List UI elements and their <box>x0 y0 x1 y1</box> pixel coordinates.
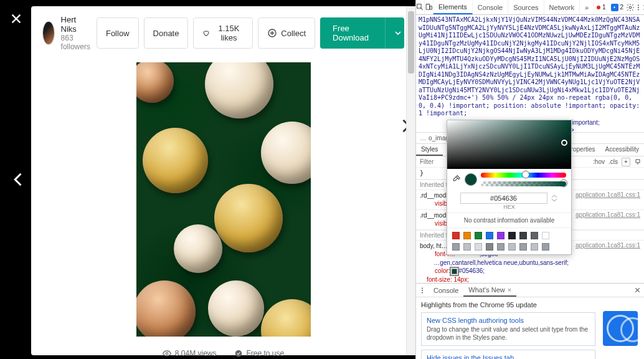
photo-image[interactable] <box>136 62 311 337</box>
svg-rect-5 <box>430 6 432 9</box>
palette-swatch[interactable] <box>486 232 493 239</box>
whats-new-link[interactable]: New CSS length authoring tools <box>427 317 590 324</box>
license-text: Free to use <box>247 349 285 358</box>
modal-scrollbar[interactable] <box>406 6 415 355</box>
svg-point-7 <box>638 4 639 6</box>
palette-swatch[interactable] <box>497 232 504 239</box>
format-toggle[interactable] <box>551 194 559 202</box>
messages-badge[interactable]: ▪2 <box>608 4 627 11</box>
tab-more[interactable]: » <box>580 0 594 14</box>
download-caret[interactable] <box>385 17 404 49</box>
svg-point-11 <box>422 287 423 289</box>
dots-vertical-icon <box>635 4 642 11</box>
close-drawer[interactable] <box>630 287 644 294</box>
hue-thumb[interactable] <box>522 171 529 178</box>
whats-new-card: Hide issues in the Issues tab Hide irrel… <box>421 350 595 359</box>
css-source-link[interactable]: application.1ca81.css:1 <box>575 191 640 198</box>
color-swatch[interactable] <box>452 269 457 274</box>
color-gradient[interactable] <box>447 120 571 169</box>
avatar[interactable] <box>42 21 55 45</box>
palette-swatch[interactable] <box>486 243 493 251</box>
settings-button[interactable] <box>626 3 635 12</box>
palette-swatch[interactable] <box>475 232 482 239</box>
eyedropper-button[interactable] <box>452 175 461 184</box>
palette-swatch[interactable] <box>452 243 460 251</box>
subtab-styles[interactable]: Styles <box>416 144 443 156</box>
palette-swatch[interactable] <box>519 243 527 251</box>
hue-slider[interactable] <box>481 173 566 178</box>
palette-swatch[interactable] <box>475 243 482 251</box>
close-icon <box>634 287 641 294</box>
svg-point-2 <box>235 350 242 357</box>
css-source-link[interactable]: application.1ca81.css:1 <box>575 242 640 249</box>
tab-console[interactable]: Console <box>473 0 508 14</box>
prev-photo-button[interactable] <box>10 171 27 188</box>
whats-new-body: Highlights from the Chrome 95 update New… <box>416 297 644 359</box>
heart-icon <box>202 28 210 38</box>
close-tab-icon[interactable]: × <box>508 286 511 294</box>
tab-sources[interactable]: Sources <box>508 0 544 14</box>
hex-input[interactable]: #054636 <box>460 193 547 204</box>
drawer-more[interactable] <box>416 287 429 294</box>
tab-elements[interactable]: Elements <box>433 0 473 14</box>
dom-blob-text: M1pNNS43NTAxMCA2LjkxNjY1VjQuNzVIMS44NzVD… <box>419 16 640 117</box>
palette-swatch[interactable] <box>463 243 471 251</box>
whats-new-link[interactable]: Hide issues in the Issues tab <box>427 354 590 359</box>
cls-toggle[interactable]: .cls <box>608 158 618 165</box>
drawer-tab-whatsnew[interactable]: What's New× <box>463 284 516 297</box>
chevron-left-icon <box>10 171 27 188</box>
palette-swatch[interactable] <box>542 232 549 239</box>
css-source-link[interactable]: application.1ca81.css:1 <box>575 211 640 218</box>
likes-button[interactable]: 1.15K likes <box>193 17 253 49</box>
follow-button[interactable]: Follow <box>97 17 139 49</box>
eyedropper-icon <box>452 175 461 183</box>
gradient-handle[interactable] <box>561 140 567 146</box>
whats-new-promo <box>602 301 639 355</box>
alpha-thumb[interactable] <box>560 180 567 187</box>
palette-swatch[interactable] <box>452 232 460 239</box>
scroll-thumb[interactable] <box>408 11 414 74</box>
dots-vertical-icon <box>419 287 426 294</box>
donate-button[interactable]: Donate <box>144 17 189 49</box>
collect-button[interactable]: Collect <box>258 17 315 49</box>
subtab-accessibility[interactable]: Accessibility <box>600 144 644 156</box>
palette-swatch[interactable] <box>463 232 471 239</box>
palette-swatch[interactable] <box>531 232 538 239</box>
more-menu[interactable] <box>635 4 642 11</box>
plus-circle-icon <box>267 28 277 38</box>
download-button[interactable]: Free Download <box>320 17 404 49</box>
palette-swatch[interactable] <box>497 243 504 251</box>
pin-icon[interactable] <box>634 158 642 166</box>
color-picker[interactable]: #054636 HEX No contrast information avai… <box>447 120 572 255</box>
device-toggle[interactable] <box>425 0 433 14</box>
author-followers: 863 followers <box>61 34 90 51</box>
svg-point-13 <box>422 292 423 293</box>
alpha-slider[interactable] <box>481 181 566 186</box>
palette-swatch[interactable] <box>508 243 516 251</box>
crumb-ellipsis[interactable]: … <box>420 135 426 141</box>
chevron-down-icon <box>393 28 403 38</box>
drawer-tab-console[interactable]: Console <box>429 284 463 297</box>
svg-point-12 <box>422 290 423 291</box>
devtools-panel: Elements Console Sources Network » 1 ▪2 … <box>415 0 644 359</box>
palette-swatch[interactable] <box>508 232 516 239</box>
gear-icon <box>626 3 635 12</box>
whats-new-desc: Drag to change the unit value and select… <box>427 325 590 342</box>
author-name[interactable]: Hert Niks <box>61 15 90 34</box>
hov-toggle[interactable]: :hov <box>593 158 605 165</box>
palette-swatch[interactable] <box>531 243 538 251</box>
new-style-rule[interactable]: + <box>622 158 630 166</box>
palette-swatch[interactable] <box>519 232 527 239</box>
download-label: Free Download <box>320 17 381 49</box>
donate-label: Donate <box>153 29 179 38</box>
views-text: 8.04M views <box>175 349 217 358</box>
eye-icon <box>163 349 171 358</box>
palette-swatch[interactable] <box>542 243 549 251</box>
close-button[interactable] <box>7 10 25 27</box>
svg-rect-4 <box>426 4 429 10</box>
header-actions: Follow Donate 1.15K likes Collect Free D… <box>97 17 404 49</box>
tab-network[interactable]: Network <box>544 0 580 14</box>
dom-tree[interactable]: M1pNNS43NTAxMCA2LjkxNjY1VjQuNzVIMS44NzVD… <box>416 15 644 132</box>
errors-badge[interactable]: 1 <box>594 4 608 11</box>
inspect-tool[interactable] <box>416 0 425 14</box>
